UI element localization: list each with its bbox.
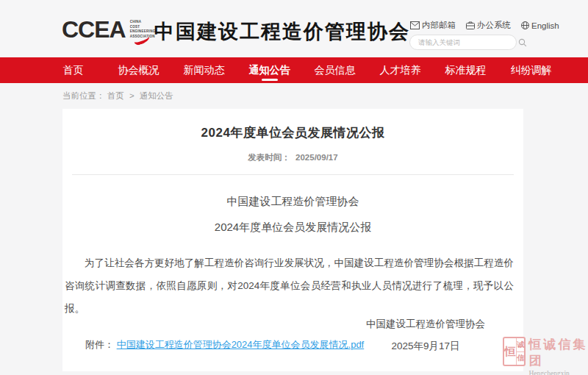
globe-icon [521,21,529,29]
site-header: CCEA CHINA COST ENGINEERING ASSOCIATION … [0,0,588,57]
quick-link-label: 办公系统 [477,20,511,31]
article-title: 2024年度单位会员发展情况公报 [62,124,523,141]
nav-item-news[interactable]: 新闻动态 [171,57,237,83]
nav-item-label: 通知公告 [249,64,290,76]
ccea-logo[interactable]: CCEA CHINA COST ENGINEERING ASSOCIATION [62,16,155,46]
nav-item-about[interactable]: 协会概况 [106,57,171,83]
search-input[interactable] [410,38,518,46]
breadcrumb: 当前位置： 首页 > 通知公告 [62,90,173,101]
publish-row: 发表时间： 2025/09/17 [62,152,523,163]
seal-char: 恒 [504,338,517,365]
watermark-text: 恒诚信集团 Hengchengxin Group [528,337,588,375]
seal-char: 信 [517,352,524,365]
signature-block: 中国建设工程造价管理协会 2025年9月17日 [363,318,488,353]
nav-item-members[interactable]: 会员信息 [302,57,368,83]
quick-link-label: English [531,21,559,30]
document-org-heading: 中国建设工程造价管理协会 [62,195,523,209]
office-icon [466,21,475,29]
attachment-pdf-link[interactable]: 中国建设工程造价管理协会2024年度单位会员发展情况.pdf [117,339,365,350]
title-divider [72,174,514,175]
quick-link-english[interactable]: English [521,21,559,30]
attachment-label: 附件： [85,339,114,350]
site-title: 中国建设工程造价管理协会 [154,18,410,45]
ccea-logo-acronym: CCEA [62,16,126,43]
watermark-name-en: Hengchengxin Group [528,369,588,375]
mail-icon [410,21,420,29]
watermark-name: 恒诚信集团 [528,337,588,369]
seal-right-column: 诚 信 [517,338,524,365]
nav-item-training[interactable]: 人才培养 [368,57,433,83]
search-icon[interactable] [518,35,527,49]
header-search-box [409,35,517,50]
hengchengxin-seal-icon: 恒 诚 信 [503,337,526,366]
quick-link-office-system[interactable]: 办公系统 [466,20,511,31]
active-tab-underline [262,79,278,81]
signature-org: 中国建设工程造价管理协会 [363,318,488,331]
signature-date: 2025年9月17日 [363,340,488,353]
seal-char: 诚 [517,338,524,352]
document-title-heading: 2024年度单位会员发展情况公报 [62,221,523,235]
page: CCEA CHINA COST ENGINEERING ASSOCIATION … [0,0,588,375]
breadcrumb-home[interactable]: 首页 [107,91,124,100]
publish-label: 发表时间： [248,153,290,162]
quick-link-label: 内部邮箱 [422,20,456,31]
nav-item-home[interactable]: 首页 [40,57,106,83]
nav-item-notices[interactable]: 通知公告 [237,57,302,83]
article-paragraph: 为了让社会各方更好地了解工程造价咨询行业发展状况，中国建设工程造价管理协会根据工… [65,251,514,320]
hengchengxin-watermark: 恒 诚 信 恒诚信集团 Hengchengxin Group [503,337,588,375]
header-quick-links: 内部邮箱 办公系统 English [410,20,559,31]
breadcrumb-current: 通知公告 [140,91,173,100]
breadcrumb-prefix: 当前位置： [62,91,105,100]
publish-date: 2025/09/17 [295,153,338,162]
breadcrumb-separator: > [129,91,135,100]
nav-item-mediation[interactable]: 纠纷调解 [498,57,564,83]
main-nav: 首页 协会概况 新闻动态 通知公告 会员信息 人才培养 标准规程 纠纷调解 [0,57,588,83]
article-card: 2024年度单位会员发展情况公报 发表时间： 2025/09/17 中国建设工程… [62,109,523,371]
nav-item-standards[interactable]: 标准规程 [433,57,498,83]
quick-link-internal-mail[interactable]: 内部邮箱 [410,20,456,31]
